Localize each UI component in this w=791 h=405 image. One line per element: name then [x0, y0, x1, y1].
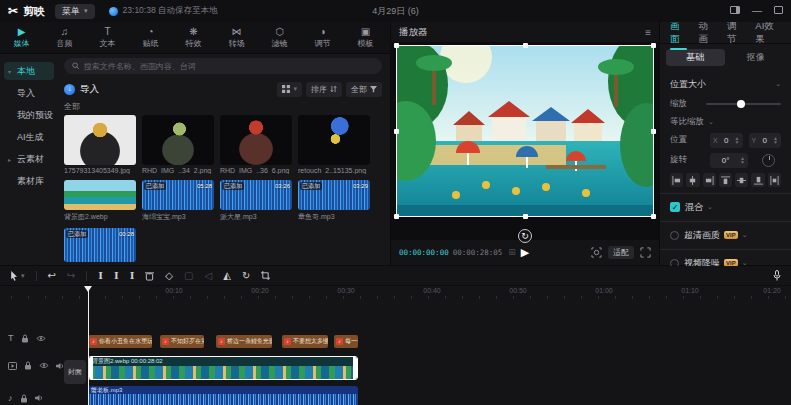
- align-bottom-icon[interactable]: [751, 173, 764, 187]
- slider-knob[interactable]: [737, 100, 745, 108]
- media-item[interactable]: RHD_IMG_..34_2.png: [142, 115, 214, 174]
- stepper-arrows-icon[interactable]: ▲▼: [773, 136, 778, 144]
- delete-right-icon[interactable]: I: [130, 271, 135, 281]
- fit-ratio-button[interactable]: 适配: [608, 246, 634, 259]
- blend-checkbox[interactable]: ✓: [670, 202, 680, 212]
- tab-sticker[interactable]: ◔贴纸: [129, 22, 172, 53]
- playhead[interactable]: [88, 286, 89, 405]
- position-y-stepper[interactable]: Y 0 ▲▼: [749, 133, 782, 148]
- trim-handle-right[interactable]: [353, 357, 357, 379]
- lock-icon[interactable]: [24, 361, 32, 370]
- view-mode-button[interactable]: ▾: [277, 82, 302, 97]
- crop-icon[interactable]: [261, 271, 270, 280]
- media-item[interactable]: 已添加 03:29 章鱼哥.mp3: [298, 180, 370, 222]
- tab-adjust[interactable]: ◑调节: [301, 22, 344, 53]
- play-button[interactable]: ▶: [521, 246, 529, 259]
- scale-slider[interactable]: [706, 103, 781, 105]
- reverse-icon[interactable]: ◁: [205, 271, 213, 281]
- stepper-arrows-icon[interactable]: ▲▼: [735, 136, 740, 144]
- delete-icon[interactable]: [145, 271, 154, 281]
- media-item[interactable]: 已添加 03:26 派大星.mp3: [220, 180, 292, 222]
- distribute-icon[interactable]: [768, 173, 781, 187]
- lock-icon[interactable]: [20, 394, 28, 403]
- subtab-matting[interactable]: 抠像: [727, 49, 786, 66]
- subtitle-clip[interactable]: ♪不知好歹在第一秒里: [160, 335, 204, 348]
- sidebar-item-presets[interactable]: 我的预设: [0, 104, 58, 126]
- sidebar-item-cloud[interactable]: ▸云素材: [0, 148, 58, 170]
- keyframe-icon[interactable]: ◇: [165, 271, 173, 281]
- subtitle-clip[interactable]: ♪桥边一条鲤鱼光影归来: [216, 335, 272, 348]
- tab-filter[interactable]: ⬡滤镜: [258, 22, 301, 53]
- timeline-ruler[interactable]: 00:10 00:20 00:30 00:40 00:50 01:00 01:1…: [0, 286, 791, 299]
- delete-left-icon[interactable]: I: [114, 271, 119, 281]
- tab-media[interactable]: ▶媒体: [0, 22, 43, 53]
- align-vcenter-icon[interactable]: [735, 173, 748, 187]
- media-item[interactable]: 背景图2.webp: [64, 180, 136, 222]
- chevron-down-icon[interactable]: ⌄: [742, 231, 748, 239]
- layout-icon[interactable]: [730, 6, 740, 16]
- trim-handle-left[interactable]: [89, 357, 93, 379]
- tab-effects[interactable]: ❋特效: [172, 22, 215, 53]
- subtitle-clip[interactable]: ♪不要想太多慢慢来: [282, 335, 328, 348]
- redo-icon[interactable]: ↪: [67, 271, 75, 281]
- media-item[interactable]: 已添加 05:28 海绵宝宝.mp3: [142, 180, 214, 222]
- freeze-frame-icon[interactable]: ▢: [184, 271, 193, 281]
- media-item[interactable]: retouch_2..15135.png: [298, 115, 370, 174]
- maximize-icon[interactable]: [774, 6, 783, 16]
- sidebar-item-ai-generate[interactable]: AI生成: [0, 126, 58, 148]
- align-hcenter-icon[interactable]: [686, 173, 699, 187]
- fullscreen-icon[interactable]: [640, 247, 651, 258]
- sidebar-item-import[interactable]: 导入: [0, 82, 58, 104]
- rotate-icon[interactable]: ↻: [242, 271, 250, 281]
- sort-button[interactable]: 排序: [306, 82, 342, 97]
- chevron-down-icon[interactable]: ⌄: [708, 118, 714, 126]
- align-right-icon[interactable]: [703, 173, 716, 187]
- search-input[interactable]: [84, 62, 374, 71]
- stepper-arrows-icon[interactable]: ▲▼: [740, 156, 745, 164]
- select-tool-button[interactable]: ▾: [10, 271, 25, 281]
- undo-icon[interactable]: ↩: [48, 271, 56, 281]
- sidebar-item-library[interactable]: 素材库: [0, 170, 58, 192]
- subtab-basic[interactable]: 基础: [666, 49, 725, 66]
- media-item[interactable]: RHD_IMG_..36_6.png: [220, 115, 292, 174]
- tab-audio[interactable]: ♫音频: [43, 22, 86, 53]
- mirror-icon[interactable]: ◭: [223, 271, 231, 281]
- filter-button[interactable]: 全部: [346, 82, 382, 97]
- import-button[interactable]: ↓ 导入: [64, 83, 99, 96]
- rotate-stepper[interactable]: 0° ▲▼: [710, 153, 748, 168]
- search-box[interactable]: [64, 58, 382, 74]
- split-icon[interactable]: I: [98, 271, 103, 281]
- menu-button[interactable]: 菜单 ▾: [55, 4, 95, 19]
- align-top-icon[interactable]: [719, 173, 732, 187]
- lock-icon[interactable]: [21, 334, 29, 343]
- collapse-icon[interactable]: ⌄: [775, 80, 781, 88]
- microphone-icon[interactable]: [773, 270, 781, 281]
- align-left-icon[interactable]: [670, 173, 683, 187]
- video-clip[interactable]: 背景图2.webp 00:00:28:02: [88, 356, 358, 380]
- preview-stage[interactable]: ↻: [391, 42, 659, 240]
- media-item[interactable]: 17579313405349.jpg: [64, 115, 136, 174]
- tab-text[interactable]: T文本: [86, 22, 129, 53]
- subtitle-clip[interactable]: ♪每一个你: [334, 335, 358, 348]
- rotate-dial[interactable]: [762, 154, 775, 167]
- hd-quality-checkbox[interactable]: [670, 231, 679, 240]
- player-menu-icon[interactable]: ≡: [645, 27, 651, 38]
- eye-icon[interactable]: [39, 362, 49, 369]
- eye-icon[interactable]: [36, 335, 46, 342]
- minimize-icon[interactable]: —: [752, 6, 762, 16]
- quality-enhance-icon[interactable]: [591, 247, 602, 258]
- player-controls: 00:00:00:00 00:00:28:05 ⊞ ▶ 适配: [391, 241, 659, 263]
- position-x-stepper[interactable]: X 0 ▲▼: [710, 133, 743, 148]
- app-logo-icon: ✂: [8, 4, 19, 18]
- media-item[interactable]: 已添加 00:28: [64, 228, 136, 262]
- cover-button[interactable]: 封面: [64, 360, 86, 384]
- speaker-icon[interactable]: [35, 394, 44, 402]
- chevron-down-icon[interactable]: ⌄: [707, 203, 713, 211]
- tab-transition[interactable]: ⋈转场: [215, 22, 258, 53]
- audio-clip[interactable]: 蟹老板.mp3: [88, 386, 358, 405]
- tab-template[interactable]: ▣模板: [344, 22, 387, 53]
- sidebar-item-local[interactable]: ▾本地: [0, 60, 58, 82]
- subtitle-clip[interactable]: ♪你看小丑鱼在水里玩耍: [88, 335, 152, 348]
- frame-grid-icon[interactable]: ⊞: [508, 247, 516, 257]
- preview-canvas[interactable]: ↻: [396, 45, 654, 217]
